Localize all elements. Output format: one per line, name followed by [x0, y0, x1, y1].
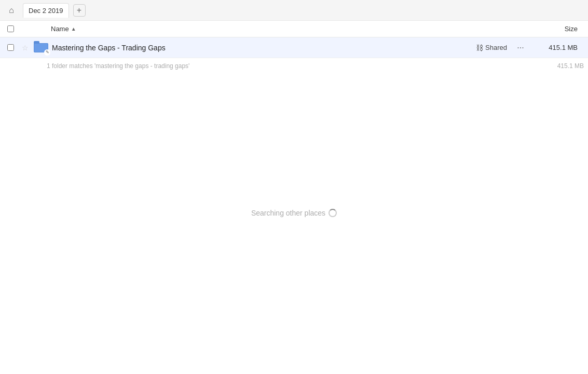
- searching-section: Searching other places: [0, 209, 588, 217]
- row-file-size: 415.1 MB: [532, 44, 584, 51]
- more-icon: ···: [517, 43, 524, 52]
- star-icon: ☆: [22, 44, 29, 52]
- row-more-button[interactable]: ···: [513, 41, 528, 55]
- breadcrumb-tab[interactable]: Dec 2 2019: [23, 3, 69, 18]
- searching-text: Searching other places: [251, 209, 325, 217]
- top-bar: ⌂ Dec 2 2019 +: [0, 0, 588, 21]
- sort-arrow-icon: ▲: [71, 26, 76, 32]
- home-icon: ⌂: [9, 6, 14, 15]
- home-button[interactable]: ⌂: [4, 3, 19, 18]
- name-column-header[interactable]: Name ▲: [51, 25, 532, 33]
- select-all-checkbox-wrapper[interactable]: [4, 25, 17, 32]
- match-info-size: 415.1 MB: [557, 62, 584, 70]
- row-star-button[interactable]: ☆: [19, 44, 31, 52]
- shared-label: Shared: [485, 44, 507, 51]
- breadcrumb-label: Dec 2 2019: [29, 7, 63, 15]
- link-icon: ⛓: [476, 44, 483, 52]
- folder-with-pencil: ✎: [34, 41, 48, 55]
- row-file-name: Mastering the Gaps - Trading Gaps: [52, 44, 476, 52]
- row-folder-icon: ✎: [33, 41, 49, 55]
- add-tab-button[interactable]: +: [73, 4, 86, 17]
- row-shared-badge: ⛓ Shared: [476, 44, 507, 52]
- match-info-row: 1 folder matches 'mastering the gaps - t…: [0, 58, 588, 74]
- pencil-badge-icon: ✎: [44, 49, 50, 56]
- name-column-label: Name: [51, 25, 69, 33]
- size-column-header[interactable]: Size: [532, 25, 584, 33]
- row-checkbox-wrapper[interactable]: [4, 44, 17, 51]
- column-headers: Name ▲ Size: [0, 21, 588, 37]
- file-row[interactable]: ☆ ✎ Mastering the Gaps - Trading Gaps ⛓ …: [0, 37, 588, 58]
- add-tab-icon: +: [77, 6, 81, 15]
- row-checkbox[interactable]: [7, 44, 14, 51]
- select-all-checkbox[interactable]: [7, 25, 14, 32]
- loading-spinner: [329, 209, 337, 217]
- match-info-text: 1 folder matches 'mastering the gaps - t…: [47, 62, 189, 70]
